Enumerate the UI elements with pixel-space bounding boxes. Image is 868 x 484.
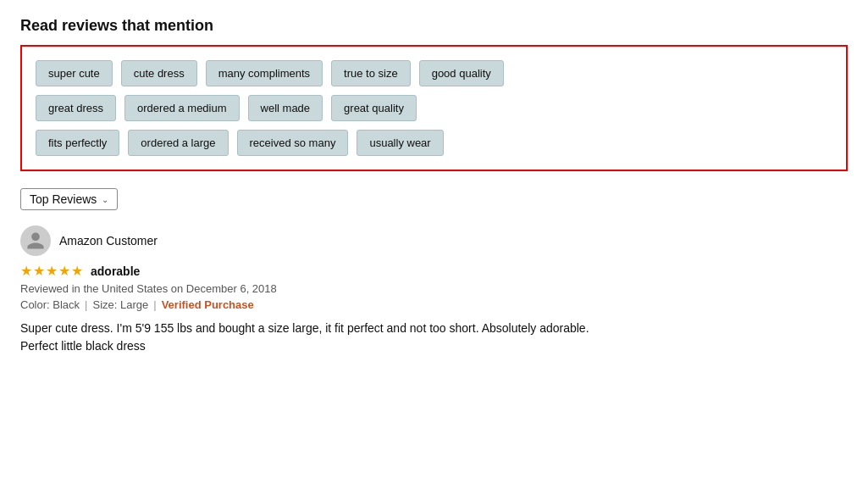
star-rating: ★★★★★ (20, 263, 84, 279)
avatar (20, 225, 51, 256)
sort-dropdown[interactable]: Top Reviews ⌄ (20, 188, 118, 210)
review-body: Super cute dress. I'm 5'9 155 lbs and bo… (20, 320, 848, 355)
mention-tag[interactable]: usually wear (357, 130, 443, 156)
mention-tag[interactable]: ordered a medium (124, 95, 240, 121)
review-title: adorable (91, 264, 140, 278)
reviewer-header: Amazon Customer (20, 225, 848, 256)
mention-row-3: fits perfectlyordered a largereceived so… (36, 130, 832, 156)
mention-row-2: great dressordered a mediumwell madegrea… (36, 95, 832, 121)
sort-label: Top Reviews (30, 192, 97, 206)
reviewer-name: Amazon Customer (59, 234, 158, 248)
separator-2: | (153, 298, 156, 311)
mention-tag[interactable]: well made (248, 95, 323, 121)
mention-row-1: super cutecute dressmany complimentstrue… (36, 60, 832, 86)
mention-tag[interactable]: received so many (237, 130, 349, 156)
mention-tag[interactable]: many compliments (206, 60, 323, 86)
color-label: Color: Black (20, 298, 80, 311)
separator-1: | (85, 298, 87, 311)
review-block: Amazon Customer ★★★★★ adorable Reviewed … (20, 225, 848, 355)
mention-tag[interactable]: super cute (36, 60, 113, 86)
mention-tag[interactable]: great quality (331, 95, 417, 121)
mention-tag[interactable]: fits perfectly (36, 130, 119, 156)
chevron-down-icon: ⌄ (102, 195, 108, 204)
verified-badge: Verified Purchase (162, 298, 254, 311)
mention-tag[interactable]: ordered a large (128, 130, 228, 156)
section-title: Read reviews that mention (20, 17, 848, 35)
mention-tag[interactable]: true to size (331, 60, 411, 86)
mention-tags-box: super cutecute dressmany complimentstrue… (20, 45, 848, 171)
mention-tag[interactable]: good quality (419, 60, 504, 86)
review-date: Reviewed in the United States on Decembe… (20, 282, 848, 295)
size-label: Size: Large (92, 298, 148, 311)
sort-dropdown-wrapper: Top Reviews ⌄ (20, 188, 848, 210)
stars-row: ★★★★★ adorable (20, 263, 848, 279)
mention-tag[interactable]: cute dress (121, 60, 197, 86)
review-meta-row: Color: Black | Size: Large | Verified Pu… (20, 298, 848, 311)
mention-tag[interactable]: great dress (36, 95, 116, 121)
